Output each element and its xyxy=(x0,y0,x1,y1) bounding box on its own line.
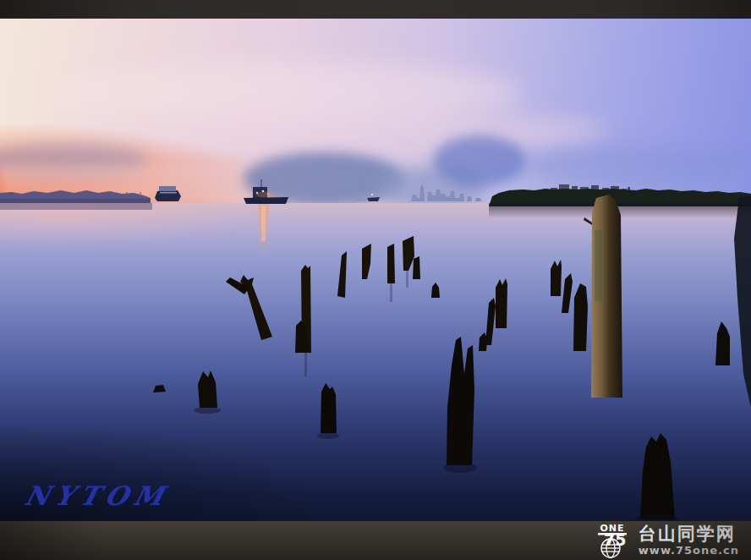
site-branding: ONE 75 台山同学网 www.75one.cn xyxy=(593,521,739,560)
bottom-caption-bar: ONE 75 台山同学网 www.75one.cn xyxy=(0,521,751,560)
tanker-ship xyxy=(244,179,288,204)
ferry-ship xyxy=(155,186,181,201)
horizon-and-pilings-layer xyxy=(0,19,751,521)
logo-underline xyxy=(598,533,627,535)
small-boat xyxy=(355,193,380,201)
seascape-photo: NYTOM xyxy=(0,19,751,521)
site-text-block: 台山同学网 www.75one.cn xyxy=(639,524,739,557)
site-name: 台山同学网 xyxy=(639,524,739,543)
wireframe-globe-icon xyxy=(601,539,620,557)
wooden-pilings xyxy=(153,195,730,519)
city-skyline xyxy=(411,184,481,201)
left-shoreline-silhouette xyxy=(0,190,175,210)
page: NYTOM ONE 75 台山同学网 www.75one.cn xyxy=(0,0,751,560)
logo-numeral: 75 xyxy=(604,530,626,549)
light-reflection-streak xyxy=(259,204,269,256)
site-url: www.75one.cn xyxy=(639,545,739,557)
right-edge-silhouette xyxy=(734,196,751,408)
top-letterbox-bar xyxy=(0,0,751,19)
photographer-watermark: NYTOM xyxy=(22,480,173,511)
logo-one-text: ONE xyxy=(600,523,624,534)
site-logo-75one: ONE 75 xyxy=(593,522,632,559)
